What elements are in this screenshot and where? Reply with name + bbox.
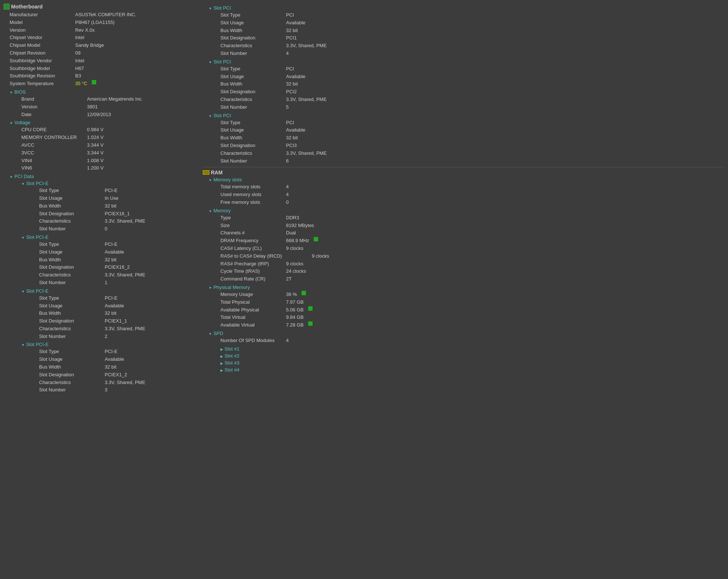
spd-slot-2-arrow[interactable] — [220, 353, 223, 359]
prop-value: PCIEX16_1 — [105, 210, 130, 218]
physical-memory-section: Physical Memory Memory Usage 36 % Total … — [209, 285, 724, 329]
prop-value: Dual — [286, 229, 296, 237]
physical-memory-arrow[interactable] — [209, 285, 212, 290]
spd-slot-2-label: Slot #2 — [224, 353, 239, 359]
main-container: Motherboard Manufacturer ASUSTeK COMPUTE… — [4, 4, 724, 395]
bios-arrow[interactable] — [10, 89, 13, 95]
slot-pcie-0-props: Slot TypePCI-E Slot UsageIn Use Bus Widt… — [39, 187, 195, 233]
prop-label: Number Of SPD Modules — [220, 337, 283, 345]
prop-value: 668.9 MHz — [286, 237, 309, 245]
prop-label: Bus Width — [220, 27, 283, 35]
prop-label: Bus Width — [39, 202, 102, 210]
prop-value: PCIEX1_2 — [105, 371, 127, 379]
prop-label: Total Physical — [220, 299, 283, 306]
slot-pcie-1-arrow[interactable] — [21, 234, 25, 240]
prop-row-sb-rev: Southbridge Revision B3 — [10, 72, 195, 80]
prop-value: 3 — [105, 386, 107, 394]
prop-row-avail-virt: Available Virtual 7.28 GB — [220, 321, 724, 329]
prop-value: Available — [105, 356, 124, 363]
prop-value: H67 — [75, 65, 84, 73]
prop-value: PCIEX1_1 — [105, 317, 127, 325]
memory-slots-title: Memory slots — [213, 177, 242, 182]
slot-pcie-2-arrow[interactable] — [21, 288, 25, 294]
prop-label: Slot Usage — [39, 195, 102, 202]
prop-value: ASUSTeK COMPUTER INC. — [75, 11, 136, 19]
prop-value: 3.3V, Shared, PME — [105, 379, 145, 387]
prop-row-free-slots: Free memory slots 0 — [220, 199, 724, 206]
avail-virt-indicator — [308, 321, 313, 326]
prop-value: PCI-E — [105, 294, 118, 302]
prop-label: MEMORY CONTROLLER — [21, 134, 84, 142]
slot-pci-2-arrow[interactable] — [209, 113, 212, 118]
prop-label: Slot Usage — [220, 19, 283, 27]
prop-value: 3.344 V — [87, 142, 104, 149]
memory-slots-header: Memory slots — [209, 177, 724, 182]
slot-pcie-1-props: Slot TypePCI-E Slot UsageAvailable Bus W… — [39, 241, 195, 287]
prop-label: Characteristics — [39, 271, 102, 279]
prop-label: Command Rate (CR) — [220, 275, 283, 283]
spd-slot-4: Slot #4 — [220, 367, 724, 373]
prop-label: Slot Number — [220, 104, 283, 111]
prop-value: 4 — [286, 337, 289, 345]
prop-value: 3.3V, Shared, PME — [286, 150, 327, 157]
pci-data-arrow[interactable] — [10, 174, 13, 179]
physical-memory-header: Physical Memory — [209, 285, 724, 290]
left-panel: Motherboard Manufacturer ASUSTeK COMPUTE… — [4, 4, 195, 395]
pci-data-title: PCI Data — [14, 174, 34, 179]
prop-value: 2 — [105, 333, 107, 341]
prop-label: Slot Designation — [39, 210, 102, 218]
prop-row-vin4: VIN4 1.008 V — [21, 157, 195, 165]
spd-slot-1-label: Slot #1 — [224, 346, 239, 352]
prop-value: 6 — [286, 157, 289, 165]
prop-value: 1.008 V — [87, 157, 104, 165]
prop-value: 32 bit — [105, 363, 116, 371]
prop-value: PCI — [286, 119, 294, 127]
prop-value: 0 — [286, 199, 289, 206]
prop-value: P8H67 (LGA1155) — [75, 19, 115, 27]
prop-label: 3VCC — [21, 149, 84, 157]
prop-row-mem-ctrl: MEMORY CONTROLLER 1.024 V — [21, 134, 195, 142]
prop-label: Manufacturer — [10, 11, 72, 19]
slot-pci-0-arrow[interactable] — [209, 5, 212, 11]
mem-usage-indicator — [302, 291, 306, 295]
prop-label: Southbridge Vendor — [10, 57, 72, 65]
prop-label: Bus Width — [220, 80, 283, 88]
spd-slot-3-arrow[interactable] — [220, 360, 223, 366]
prop-value: 9 clocks — [286, 245, 303, 252]
prop-value: 9 clocks — [286, 260, 303, 268]
bios-props: Brand American Megatrends Inc. Version 3… — [21, 95, 195, 118]
spd-slot-1-arrow[interactable] — [220, 346, 223, 352]
spd-arrow[interactable] — [209, 331, 212, 336]
prop-label: Version — [21, 103, 84, 111]
slot-pci-1-arrow[interactable] — [209, 59, 212, 64]
ram-header: RAM — [203, 170, 724, 175]
motherboard-icon — [4, 4, 10, 10]
prop-label: Characteristics — [39, 325, 102, 333]
prop-label: Free memory slots — [220, 199, 283, 206]
prop-label: Size — [220, 222, 283, 230]
slot-pci-2-title: Slot PCI — [213, 113, 231, 118]
spd-slot-4-arrow[interactable] — [220, 367, 223, 373]
voltage-arrow[interactable] — [10, 120, 13, 125]
prop-value: 8192 MBytes — [286, 222, 314, 230]
prop-value: American Megatrends Inc. — [87, 95, 143, 103]
prop-value: PCIEX16_2 — [105, 264, 130, 271]
prop-label: VIN6 — [21, 164, 84, 172]
prop-value: In Use — [105, 195, 119, 202]
voltage-title: Voltage — [14, 120, 30, 125]
prop-label: RAS# to CAS# Delay (tRCD) — [220, 252, 309, 260]
prop-label: Chipset Revision — [10, 49, 72, 57]
prop-value: Intel — [75, 57, 84, 65]
slot-pcie-1-title: Slot PCI-E — [26, 234, 49, 240]
prop-row-bios-version: Version 3801 — [21, 103, 195, 111]
slot-pcie-3-arrow[interactable] — [21, 342, 25, 347]
memory-header: Memory — [209, 208, 724, 213]
ram-title: RAM — [211, 170, 223, 175]
prop-label: Available Virtual — [220, 321, 283, 329]
prop-value: 3.3V, Shared, PME — [105, 271, 145, 279]
slot-pcie-0-arrow[interactable] — [21, 181, 25, 186]
prop-label: AVCC — [21, 142, 84, 149]
memory-arrow[interactable] — [209, 208, 212, 213]
memory-slots-arrow[interactable] — [209, 177, 212, 182]
slot-pci-1-props: Slot TypePCI Slot UsageAvailable Bus Wid… — [220, 65, 724, 111]
